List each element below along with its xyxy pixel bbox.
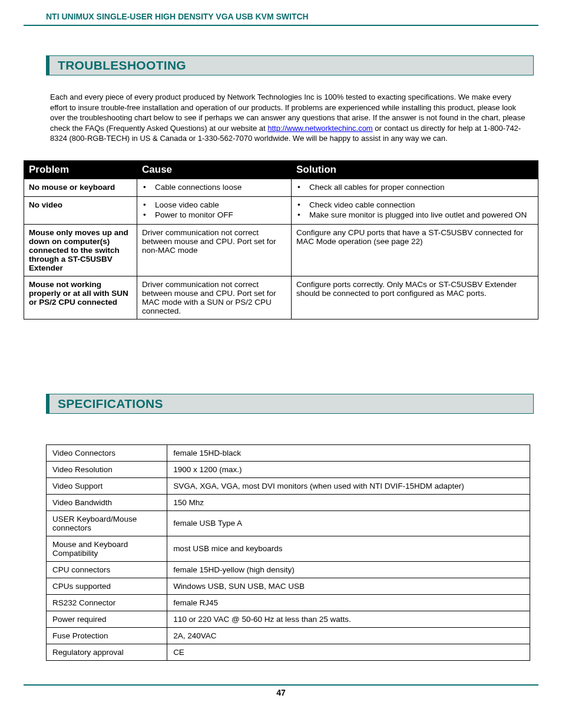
specifications-table: Video Connectorsfemale 15HD-black Video … xyxy=(46,444,530,661)
spec-label: Video Connectors xyxy=(47,444,167,461)
spec-label: Power required xyxy=(47,611,167,627)
section-heading-specifications: SPECIFICATIONS xyxy=(46,394,534,414)
spec-label: Mouse and Keyboard Compatibility xyxy=(47,536,167,561)
cell-solution: •Check video cable connection •Make sure… xyxy=(291,196,538,224)
table-row: Video SupportSVGA, XGA, VGA, most DVI mo… xyxy=(47,477,530,494)
solution-item: Check all cables for proper connection xyxy=(309,183,533,192)
spec-value: SVGA, XGA, VGA, most DVI monitors (when … xyxy=(167,477,530,494)
cell-problem: No mouse or keyboard xyxy=(24,179,137,196)
th-problem: Problem xyxy=(24,160,137,179)
cause-item: Loose video cable xyxy=(155,200,286,209)
table-row: No mouse or keyboard •Cable connections … xyxy=(24,179,538,196)
table-row: CPU connectorsfemale 15HD-yellow (high d… xyxy=(47,561,530,578)
cell-solution: Configure ports correctly. Only MACs or … xyxy=(291,276,538,319)
table-row: Mouse not working properly or at all wit… xyxy=(24,276,538,319)
spec-label: CPUs supported xyxy=(47,578,167,594)
th-cause: Cause xyxy=(137,160,292,179)
table-row: USER Keyboard/Mouse connectorsfemale USB… xyxy=(47,510,530,536)
page-number: 47 xyxy=(24,686,538,697)
spec-value: 150 Mhz xyxy=(167,494,530,510)
table-row: Video Connectorsfemale 15HD-black xyxy=(47,444,530,461)
th-solution: Solution xyxy=(291,160,538,179)
spec-value: female 15HD-black xyxy=(167,444,530,461)
solution-item: Check video cable connection xyxy=(309,200,533,209)
table-row: Regulatory approvalCE xyxy=(47,644,530,660)
spec-label: Fuse Protection xyxy=(47,627,167,644)
troubleshooting-table: Problem Cause Solution No mouse or keybo… xyxy=(24,160,538,319)
cell-problem: No video xyxy=(24,196,137,224)
spec-value: 1900 x 1200 (max.) xyxy=(167,461,530,477)
header-rule xyxy=(24,25,538,26)
cell-cause: Driver communication not correct between… xyxy=(137,276,292,319)
spec-value: female RJ45 xyxy=(167,594,530,611)
section-heading-troubleshooting: TROUBLESHOOTING xyxy=(46,55,534,75)
solution-item: Make sure monitor is plugged into live o… xyxy=(309,210,533,219)
spec-value: Windows USB, SUN USB, MAC USB xyxy=(167,578,530,594)
table-row: Video Bandwidth150 Mhz xyxy=(47,494,530,510)
table-row: Mouse and Keyboard Compatibilitymost USB… xyxy=(47,536,530,561)
cell-cause: •Cable connections loose xyxy=(137,179,292,196)
spec-value: 110 or 220 VAC @ 50-60 Hz at less than 2… xyxy=(167,611,530,627)
table-row: CPUs supportedWindows USB, SUN USB, MAC … xyxy=(47,578,530,594)
spec-value: 2A, 240VAC xyxy=(167,627,530,644)
spec-label: USER Keyboard/Mouse connectors xyxy=(47,510,167,536)
spec-label: Video Resolution xyxy=(47,461,167,477)
cell-solution: Configure any CPU ports that have a ST-C… xyxy=(291,224,538,276)
page-header-title: NTI UNIMUX SINGLE-USER HIGH DENSITY VGA … xyxy=(24,12,538,25)
table-row: Power required110 or 220 VAC @ 50-60 Hz … xyxy=(47,611,530,627)
troubleshooting-intro: Each and every piece of every product pr… xyxy=(50,92,527,144)
cell-cause: Driver communication not correct between… xyxy=(137,224,292,276)
cause-item: Power to monitor OFF xyxy=(155,210,286,219)
cell-problem: Mouse not working properly or at all wit… xyxy=(24,276,137,319)
spec-value: female 15HD-yellow (high density) xyxy=(167,561,530,578)
cause-item: Cable connections loose xyxy=(155,183,286,192)
spec-value: female USB Type A xyxy=(167,510,530,536)
spec-label: Video Bandwidth xyxy=(47,494,167,510)
cell-solution: •Check all cables for proper connection xyxy=(291,179,538,196)
spec-label: Video Support xyxy=(47,477,167,494)
cell-cause: •Loose video cable •Power to monitor OFF xyxy=(137,196,292,224)
table-row: Video Resolution1900 x 1200 (max.) xyxy=(47,461,530,477)
spec-label: CPU connectors xyxy=(47,561,167,578)
table-row: RS232 Connectorfemale RJ45 xyxy=(47,594,530,611)
table-row: Mouse only moves up and down on computer… xyxy=(24,224,538,276)
table-header-row: Problem Cause Solution xyxy=(24,160,538,179)
spec-label: Regulatory approval xyxy=(47,644,167,660)
spec-value: most USB mice and keyboards xyxy=(167,536,530,561)
cell-problem: Mouse only moves up and down on computer… xyxy=(24,224,137,276)
table-row: No video •Loose video cable •Power to mo… xyxy=(24,196,538,224)
website-link[interactable]: http://www.networktechinc.com xyxy=(267,124,372,133)
spec-label: RS232 Connector xyxy=(47,594,167,611)
table-row: Fuse Protection2A, 240VAC xyxy=(47,627,530,644)
spec-value: CE xyxy=(167,644,530,660)
